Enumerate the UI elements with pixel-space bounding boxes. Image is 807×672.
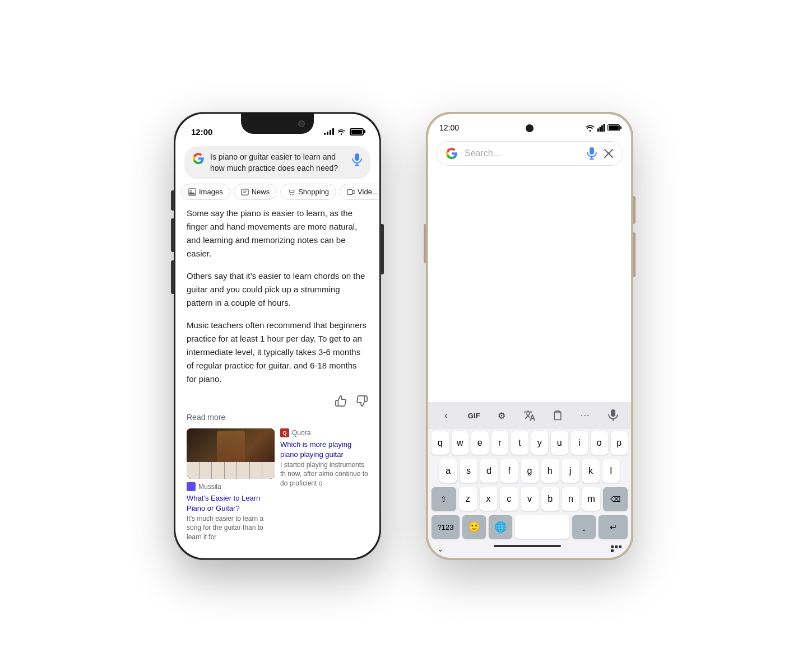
keyboard-translate-icon[interactable] bbox=[521, 407, 539, 424]
keyboard-collapse-button[interactable]: ⌄ bbox=[437, 544, 444, 553]
quora-card-snippet: I started playing instruments th now, af… bbox=[280, 460, 368, 488]
svg-rect-0 bbox=[355, 153, 359, 161]
android-left-button bbox=[424, 224, 426, 263]
key-b[interactable]: b bbox=[541, 487, 559, 511]
keyboard-space-key[interactable] bbox=[515, 515, 569, 539]
key-r[interactable]: r bbox=[491, 431, 509, 455]
key-y[interactable]: y bbox=[531, 431, 549, 455]
thumbs-down-icon[interactable] bbox=[356, 395, 368, 407]
key-g[interactable]: g bbox=[521, 459, 538, 483]
front-camera bbox=[298, 120, 305, 127]
key-v[interactable]: v bbox=[521, 487, 539, 511]
key-f[interactable]: f bbox=[500, 459, 518, 483]
keyboard-nav-row: ⌄ bbox=[428, 542, 631, 558]
quora-favicon: Q bbox=[280, 428, 289, 437]
key-h[interactable]: h bbox=[541, 459, 559, 483]
android-keyboard: ‹ GIF ⚙ ··· bbox=[428, 402, 631, 558]
mussila-source-row: Mussila bbox=[187, 482, 275, 491]
iphone-search-bar[interactable]: Is piano or guitar easier to learn and h… bbox=[184, 146, 370, 179]
key-o[interactable]: o bbox=[591, 431, 608, 455]
keyboard-row-3: ⇧ z x c v b n m ⌫ bbox=[428, 485, 631, 513]
feedback-row bbox=[187, 395, 368, 413]
keyboard-clipboard-icon[interactable] bbox=[549, 407, 567, 424]
iphone-time: 12:00 bbox=[191, 127, 212, 137]
key-a[interactable]: a bbox=[439, 459, 457, 483]
keyboard-shift-key[interactable]: ⇧ bbox=[432, 487, 456, 511]
result-card-quora[interactable]: Q Quora Which is more playing piano play… bbox=[280, 428, 368, 542]
keyboard-toolbar: ‹ GIF ⚙ ··· bbox=[428, 402, 631, 429]
read-more-link[interactable]: Read more bbox=[187, 413, 368, 422]
tab-shopping[interactable]: Shopping bbox=[280, 184, 336, 200]
key-q[interactable]: q bbox=[432, 431, 449, 455]
android-clear-icon[interactable] bbox=[604, 148, 614, 158]
keyboard-settings-icon[interactable]: ⚙ bbox=[493, 407, 511, 424]
wifi-icon bbox=[337, 128, 346, 135]
key-w[interactable]: w bbox=[452, 431, 469, 455]
svg-rect-11 bbox=[597, 128, 599, 132]
tab-news[interactable]: News bbox=[234, 184, 277, 200]
keyboard-enter-key[interactable]: ↵ bbox=[599, 515, 628, 539]
android-time: 12:00 bbox=[439, 123, 459, 132]
quora-source-name: Quora bbox=[292, 429, 310, 437]
key-m[interactable]: m bbox=[582, 487, 600, 511]
key-d[interactable]: d bbox=[480, 459, 498, 483]
keyboard-back-button[interactable]: ‹ bbox=[437, 407, 455, 424]
iphone-power-button bbox=[381, 224, 384, 274]
key-j[interactable]: j bbox=[562, 459, 579, 483]
keyboard-voice-input-icon[interactable] bbox=[604, 407, 622, 424]
voice-search-icon[interactable] bbox=[351, 154, 363, 165]
key-p[interactable]: p bbox=[611, 431, 628, 455]
key-i[interactable]: i bbox=[571, 431, 588, 455]
key-u[interactable]: u bbox=[551, 431, 568, 455]
key-k[interactable]: k bbox=[582, 459, 599, 483]
android-search-bar[interactable]: Search... bbox=[436, 141, 623, 166]
mussila-card-title[interactable]: What’s Easier to Learn Piano or Guitar? bbox=[187, 493, 275, 514]
iphone-volume-down-button bbox=[171, 260, 174, 294]
svg-rect-15 bbox=[590, 147, 594, 155]
key-n[interactable]: n bbox=[562, 487, 580, 511]
iphone-device: 12:00 Is pi bbox=[174, 112, 381, 560]
tab-videos[interactable]: Vide... bbox=[340, 184, 379, 200]
keyboard-period-key[interactable]: . bbox=[572, 515, 596, 539]
keyboard-more-icon[interactable]: ··· bbox=[576, 407, 594, 424]
key-x[interactable]: x bbox=[480, 487, 498, 511]
mussila-favicon bbox=[187, 482, 196, 491]
svg-point-4 bbox=[191, 190, 192, 192]
android-battery-icon bbox=[607, 124, 620, 131]
key-s[interactable]: s bbox=[460, 459, 477, 483]
content-para-2: Others say that it’s easier to learn cho… bbox=[187, 269, 368, 310]
android-search-placeholder[interactable]: Search... bbox=[465, 148, 580, 158]
key-e[interactable]: e bbox=[471, 431, 489, 455]
svg-rect-5 bbox=[242, 189, 248, 195]
keyboard-gif-button[interactable]: GIF bbox=[465, 407, 483, 424]
shopping-tab-label: Shopping bbox=[298, 188, 329, 196]
key-l[interactable]: l bbox=[602, 459, 620, 483]
android-google-logo bbox=[446, 147, 458, 160]
keyboard-emoji-key[interactable]: 🙂 bbox=[462, 515, 486, 539]
iphone-search-query: Is piano or guitar easier to learn and h… bbox=[210, 152, 346, 174]
keyboard-row-1: q w e r t y u i o p bbox=[428, 429, 631, 457]
key-t[interactable]: t bbox=[511, 431, 528, 455]
tab-images[interactable]: Images bbox=[181, 184, 230, 200]
keyboard-numbers-key[interactable]: ?123 bbox=[432, 515, 460, 539]
keyboard-backspace-key[interactable]: ⌫ bbox=[603, 487, 628, 511]
android-status-icons bbox=[585, 124, 620, 132]
filter-tabs: Images News Shopping bbox=[175, 184, 379, 200]
result-card-mussila[interactable]: Mussila What’s Easier to Learn Piano or … bbox=[187, 428, 275, 542]
content-para-1: Some say the piano is easier to learn, a… bbox=[187, 207, 368, 260]
images-icon bbox=[188, 188, 196, 196]
svg-rect-12 bbox=[600, 127, 601, 132]
google-logo bbox=[192, 152, 205, 165]
keyboard-grid-icon[interactable] bbox=[611, 545, 622, 552]
keyboard-globe-key[interactable]: 🌐 bbox=[489, 515, 512, 539]
quora-card-title[interactable]: Which is more playing piano playing guit… bbox=[280, 440, 368, 460]
android-signal-icon bbox=[597, 124, 605, 132]
iphone-notch bbox=[241, 114, 314, 134]
key-c[interactable]: c bbox=[500, 487, 518, 511]
iphone-screen: 12:00 Is pi bbox=[175, 114, 379, 558]
thumbs-up-icon[interactable] bbox=[335, 395, 347, 407]
videos-tab-label: Vide... bbox=[358, 188, 378, 196]
key-z[interactable]: z bbox=[459, 487, 477, 511]
android-mic-icon[interactable] bbox=[587, 147, 597, 160]
iphone-mute-button bbox=[171, 190, 174, 211]
